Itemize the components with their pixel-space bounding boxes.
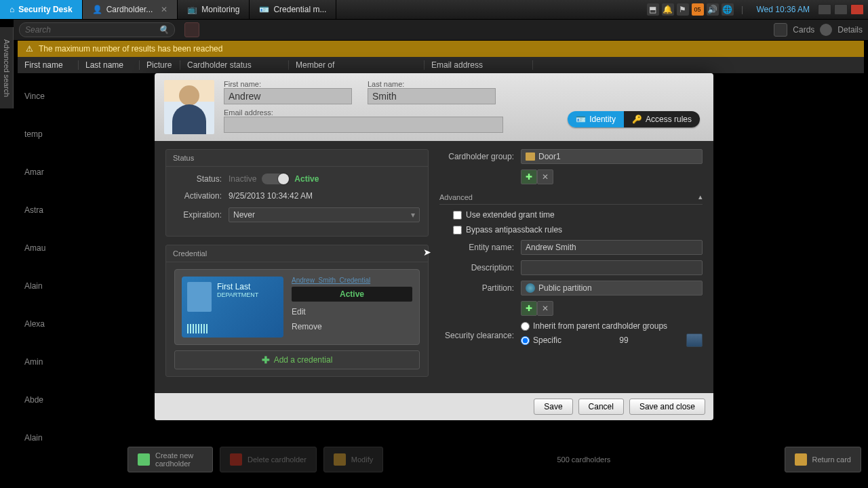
search-icon: 🔍	[159, 25, 169, 35]
bypass-checkbox[interactable]: Bypass antipassback rules	[453, 225, 562, 235]
last-name-input[interactable]	[368, 88, 496, 104]
credential-link[interactable]: Andrew_Smith_Credential	[292, 277, 412, 284]
barcode-icon	[187, 324, 208, 333]
edit-button[interactable]: Edit	[292, 304, 412, 319]
table-row[interactable]: Amar	[24, 153, 45, 191]
search-placeholder: Search	[25, 25, 51, 35]
save-close-button[interactable]: Save and close	[629, 399, 705, 415]
table-row[interactable]: Alain	[24, 267, 45, 305]
advanced-label: Advanced	[439, 193, 473, 201]
cards-label[interactable]: Cards	[793, 25, 814, 35]
advanced-section[interactable]: Advanced ▴	[439, 190, 703, 205]
window-min-button[interactable]	[818, 4, 831, 15]
table-row[interactable]: Amin	[24, 343, 45, 381]
chevron-up-icon: ▴	[698, 192, 703, 201]
add-credential-label: Add a credential	[274, 355, 333, 365]
table-row[interactable]: Vince	[24, 77, 45, 115]
access-icon: 🔑	[632, 115, 642, 124]
tray-icon[interactable]: ⬒	[647, 3, 659, 16]
col-picture[interactable]: Picture	[140, 60, 180, 70]
group-remove-button[interactable]: ✕	[537, 169, 553, 184]
col-firstname[interactable]: First name	[18, 60, 79, 70]
system-tray: ⬒ 🔔 ⚑ 05 🔊 🌐 | Wed 10:36 AM	[643, 0, 869, 19]
email-input[interactable]	[224, 117, 503, 133]
extended-grant-checkbox[interactable]: Use extended grant time	[453, 210, 555, 220]
table-row[interactable]: Alain	[24, 419, 45, 457]
status-panel-title: Status	[166, 150, 428, 167]
group-input[interactable]: Door1	[521, 149, 703, 164]
entity-input[interactable]	[521, 240, 703, 255]
expiration-select[interactable]: Never	[229, 207, 420, 222]
window-close-button[interactable]	[850, 4, 864, 15]
save-button[interactable]: Save	[534, 399, 572, 415]
tab-label: Cardholder...	[106, 5, 153, 14]
partition-add-button[interactable]: ✚	[521, 301, 537, 316]
tab-label: Credential m...	[273, 5, 326, 14]
window-max-button[interactable]	[834, 4, 848, 15]
status-toggle[interactable]	[262, 174, 289, 184]
description-input[interactable]	[521, 260, 703, 275]
card-preview[interactable]: First Last DEPARTMENT	[182, 277, 283, 338]
create-label: Create new cardholder	[155, 451, 203, 468]
tab-label: Monitoring	[201, 5, 239, 14]
tab-monitoring[interactable]: 📺 Monitoring	[178, 0, 250, 19]
table-row[interactable]: Alexa	[24, 305, 45, 343]
return-label: Return card	[812, 455, 851, 464]
cardholder-count: 500 cardholders	[390, 455, 777, 464]
toolbar: Search 🔍 Cards Details	[14, 19, 868, 41]
specific-value-input[interactable]	[565, 333, 683, 347]
inherit-radio[interactable]: Inherit from parent cardholder groups	[521, 321, 703, 331]
warning-bar: ⚠ The maximum number of results has been…	[18, 41, 864, 57]
dialog-header: First name: Last name: Email address: 🪪 …	[155, 73, 713, 141]
clock[interactable]: Wed 10:36 AM	[757, 5, 810, 14]
credential-panel-title: Credential	[166, 245, 428, 262]
return-card-button[interactable]: Return card	[785, 447, 861, 472]
delete-cardholder-button[interactable]: Delete cardholder	[220, 447, 317, 472]
add-credential-button[interactable]: ✚ Add a credential	[174, 350, 420, 369]
tray-count-icon[interactable]: 05	[692, 3, 704, 16]
tray-bell-icon[interactable]: 🔔	[662, 3, 674, 16]
col-status[interactable]: Cardholder status	[180, 60, 289, 70]
identity-icon: 🪪	[576, 115, 586, 124]
group-add-button[interactable]: ✚	[521, 169, 537, 184]
modify-button[interactable]: Modify	[323, 447, 383, 472]
active-text: Active	[294, 174, 319, 184]
col-email[interactable]: Email address	[425, 60, 533, 70]
toolbar-icon-button[interactable]	[184, 22, 199, 37]
view-grid-button[interactable]	[774, 23, 787, 37]
tab-cardholder[interactable]: 👤 Cardholder... ✕	[83, 0, 178, 19]
col-member[interactable]: Member of	[289, 60, 425, 70]
activation-label: Activation:	[174, 191, 229, 201]
first-name-label: First name:	[224, 80, 261, 88]
table-rows: Vince temp Amar Astra Amau Alain Alexa A…	[24, 77, 45, 457]
partition-remove-button[interactable]: ✕	[537, 301, 553, 316]
tab-credential[interactable]: 🪪 Credential m...	[250, 0, 336, 19]
close-icon[interactable]: ✕	[161, 5, 167, 14]
remove-button[interactable]: Remove	[292, 319, 412, 334]
first-name-input[interactable]	[224, 88, 352, 104]
inactive-text: Inactive	[229, 174, 256, 184]
tray-globe-icon[interactable]: 🌐	[722, 3, 734, 16]
group-value: Door1	[538, 152, 561, 161]
tab-identity[interactable]: 🪪 Identity	[568, 111, 624, 127]
avatar[interactable]	[164, 80, 214, 134]
tray-flag-icon[interactable]: ⚑	[677, 3, 689, 16]
search-input[interactable]: Search 🔍	[19, 22, 175, 37]
cancel-button[interactable]: Cancel	[578, 399, 624, 415]
table-row[interactable]: Abde	[24, 381, 45, 419]
col-lastname[interactable]: Last name	[79, 60, 140, 70]
specific-radio[interactable]: Specific	[521, 333, 703, 347]
table-row[interactable]: Astra	[24, 191, 45, 229]
details-label[interactable]: Details	[837, 25, 863, 35]
slider-button[interactable]	[686, 333, 703, 347]
tray-volume-icon[interactable]: 🔊	[707, 3, 719, 16]
table-row[interactable]: Amau	[24, 229, 45, 267]
table-row[interactable]: temp	[24, 115, 45, 153]
dialog-tabs: 🪪 Identity 🔑 Access rules	[568, 111, 700, 127]
partition-input[interactable]: Public partition	[521, 281, 703, 296]
tab-home[interactable]: ⌂ Security Desk	[0, 0, 83, 19]
pencil-icon	[334, 453, 346, 466]
tab-access-rules[interactable]: 🔑 Access rules	[624, 111, 700, 127]
create-cardholder-button[interactable]: Create new cardholder	[127, 447, 213, 472]
sidebar-advanced-search[interactable]: Advanced search	[0, 27, 14, 108]
